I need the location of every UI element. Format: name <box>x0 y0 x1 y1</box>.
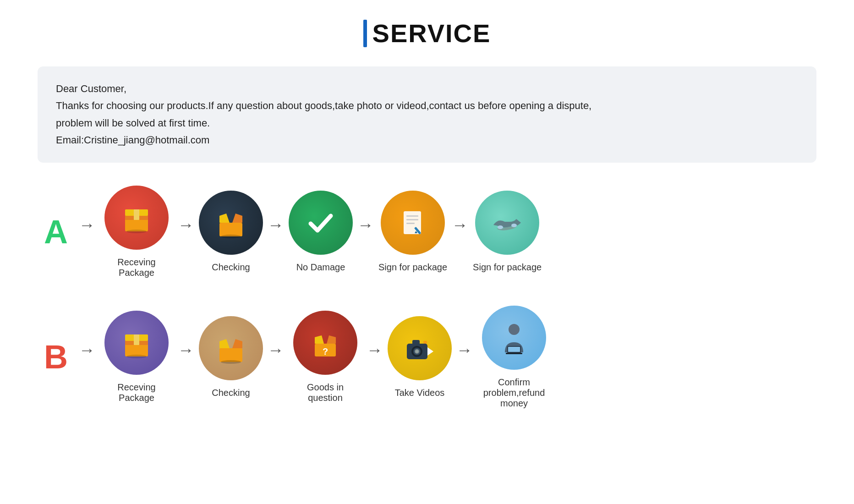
arrow-a4: → <box>452 215 468 235</box>
title-accent-bar <box>363 20 367 47</box>
arrow-a3: → <box>357 215 374 235</box>
icon-a-checking <box>199 191 263 255</box>
svg-rect-6 <box>219 223 242 236</box>
icon-a-sign1 <box>381 191 445 255</box>
svg-rect-3 <box>138 209 148 216</box>
svg-rect-43 <box>506 353 522 354</box>
info-line2: Thanks for choosing our products.If any … <box>56 97 798 114</box>
icon-b-checking <box>199 316 263 380</box>
flow-step-a2: Checking <box>199 191 263 273</box>
icon-b-videos <box>388 316 452 380</box>
svg-rect-38 <box>423 341 427 344</box>
label-a5: Sign for package <box>473 262 542 273</box>
svg-rect-42 <box>508 347 520 352</box>
flow-step-a3: No Damage <box>289 191 353 273</box>
svg-rect-12 <box>406 219 418 220</box>
svg-marker-30 <box>327 335 336 344</box>
svg-rect-11 <box>406 215 418 217</box>
icon-b-refund <box>482 306 546 370</box>
info-line1: Dear Customer, <box>56 80 798 97</box>
svg-rect-21 <box>138 334 148 341</box>
svg-marker-7 <box>219 214 230 223</box>
label-b3: Goods in question <box>289 382 362 403</box>
svg-point-16 <box>498 225 503 229</box>
svg-point-40 <box>509 324 520 335</box>
flow-step-b2: Checking <box>199 316 263 398</box>
flow-section: A → Receving Package → <box>38 186 816 409</box>
svg-rect-13 <box>406 223 415 224</box>
svg-marker-26 <box>232 339 242 348</box>
svg-marker-25 <box>219 339 230 348</box>
flow-step-b5: Confirm problem,refund money <box>477 306 551 409</box>
label-a2: Checking <box>212 262 250 273</box>
arrow-b2: → <box>268 340 284 360</box>
svg-marker-29 <box>315 335 324 344</box>
svg-rect-4 <box>134 209 139 220</box>
svg-point-17 <box>511 224 517 227</box>
info-line3: problem will be solved at first time. <box>56 115 798 131</box>
info-line4: Email:Cristine_jiang@hotmail.com <box>56 131 798 148</box>
svg-rect-37 <box>412 340 420 345</box>
svg-rect-22 <box>134 334 139 345</box>
flow-letter-b: B <box>38 338 74 376</box>
label-b4: Take Videos <box>395 388 445 398</box>
svg-point-36 <box>416 350 418 353</box>
arrow-a2: → <box>268 215 284 235</box>
arrow-a1: → <box>178 215 194 235</box>
svg-rect-24 <box>219 348 242 362</box>
svg-text:?: ? <box>323 346 328 356</box>
arrow-b0: → <box>79 340 95 360</box>
icon-a-nodamage <box>289 191 353 255</box>
icon-a-receiving <box>104 186 169 250</box>
label-a3: No Damage <box>296 262 345 273</box>
arrow-a0: → <box>79 215 95 235</box>
icon-a-sign2 <box>475 191 539 255</box>
label-b5: Confirm problem,refund money <box>477 377 551 409</box>
svg-rect-2 <box>125 209 135 216</box>
page-title: SERVICE <box>372 18 491 48</box>
flow-step-b3: ? Goods in question <box>289 311 362 403</box>
flow-row-b: B → Receving Package → <box>38 306 816 409</box>
label-b2: Checking <box>212 388 250 398</box>
icon-b-question: ? <box>293 311 357 375</box>
flow-step-b4: Take Videos <box>388 316 452 398</box>
label-a1: Receving Package <box>100 257 173 278</box>
svg-point-5 <box>126 230 147 233</box>
label-a4: Sign for package <box>378 262 447 273</box>
svg-marker-8 <box>232 214 242 223</box>
arrow-b4: → <box>456 340 473 360</box>
arrow-b3: → <box>367 340 383 360</box>
svg-point-23 <box>126 355 147 358</box>
flow-step-a1: Receving Package <box>100 186 173 278</box>
svg-point-9 <box>221 235 241 238</box>
svg-marker-39 <box>427 347 433 356</box>
flow-step-a5: Sign for package <box>473 191 542 273</box>
page-title-container: SERVICE <box>363 18 491 48</box>
flow-row-a: A → Receving Package → <box>38 186 816 278</box>
flow-step-a4: Sign for package <box>378 191 447 273</box>
info-box: Dear Customer, Thanks for choosing our p… <box>38 66 816 163</box>
flow-letter-a: A <box>38 213 74 251</box>
svg-point-27 <box>221 360 241 364</box>
label-b1: Receving Package <box>100 382 173 403</box>
arrow-b1: → <box>178 340 194 360</box>
flow-step-b1: Receving Package <box>100 311 173 403</box>
svg-rect-20 <box>125 334 135 341</box>
icon-b-receiving <box>104 311 169 375</box>
